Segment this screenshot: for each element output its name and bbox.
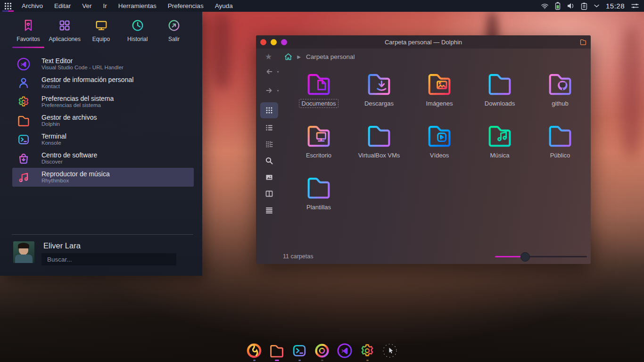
list-item-system-settings[interactable]: Preferencias del sistemaPreferencias del… bbox=[0, 92, 202, 111]
battery-icon[interactable] bbox=[555, 2, 561, 10]
dock-item-terminal[interactable] bbox=[290, 342, 308, 361]
clock[interactable]: 15:28 bbox=[606, 2, 625, 10]
preview-button[interactable] bbox=[261, 170, 278, 184]
divider bbox=[12, 234, 193, 235]
folder-label: Plantillas bbox=[304, 203, 334, 212]
list-item-konsole[interactable]: TerminalKonsole bbox=[0, 130, 202, 149]
menu-ayuda[interactable]: Ayuda bbox=[215, 2, 233, 9]
tab-label: Equipo bbox=[92, 36, 110, 42]
list-view-button[interactable] bbox=[261, 121, 278, 135]
titlebar[interactable]: Carpeta personal — Dolphin bbox=[256, 35, 591, 49]
folder-downloads[interactable]: Downloads bbox=[470, 69, 530, 121]
clipboard-icon[interactable] bbox=[581, 2, 587, 10]
list-item-discover[interactable]: Centro de softwareDiscover bbox=[0, 149, 202, 168]
folder-icon bbox=[485, 121, 514, 150]
folder-escritorio[interactable]: Escritorio bbox=[289, 121, 349, 173]
list-item-dolphin[interactable]: Gestor de archivosDolphin bbox=[0, 111, 202, 130]
tab-salir[interactable]: Salir bbox=[157, 18, 191, 48]
statusbar: 11 carpetas bbox=[256, 250, 591, 264]
tab-historial[interactable]: Historial bbox=[121, 18, 155, 48]
menu-button[interactable] bbox=[261, 203, 278, 217]
dock-item-pointer[interactable] bbox=[381, 342, 399, 361]
breadcrumb[interactable]: Carpeta personal bbox=[306, 53, 355, 60]
menu-archivo[interactable]: Archivo bbox=[22, 2, 43, 9]
list-item-rhythmbox[interactable]: Reproductor de músicaRhythmbox bbox=[12, 168, 194, 187]
folder-imagenes[interactable]: Imágenes bbox=[409, 69, 470, 121]
folder-publico[interactable]: Público bbox=[530, 121, 590, 173]
titlebar-folder-icon[interactable] bbox=[579, 38, 587, 46]
network-icon[interactable] bbox=[541, 2, 549, 9]
tab-aplicaciones[interactable]: Aplicaciones bbox=[48, 18, 82, 48]
folder-label: Escritorio bbox=[303, 151, 334, 160]
zoom-slider-handle[interactable] bbox=[520, 252, 530, 262]
dock-item-firefox[interactable] bbox=[245, 342, 263, 361]
close-button[interactable] bbox=[260, 39, 266, 45]
star-icon[interactable]: ★ bbox=[265, 52, 272, 62]
github-glyph-icon bbox=[558, 81, 567, 90]
search-button[interactable] bbox=[261, 154, 278, 168]
dock-item-chrome[interactable] bbox=[313, 342, 331, 361]
status-text: 11 carpetas bbox=[283, 253, 313, 260]
folder-icon bbox=[425, 69, 454, 99]
folder-label: Público bbox=[547, 151, 573, 160]
home-icon[interactable] bbox=[284, 52, 293, 61]
app-title: Preferencias del sistema bbox=[41, 95, 114, 102]
folder-icon bbox=[364, 69, 394, 99]
maximize-button[interactable] bbox=[281, 39, 287, 45]
folder-github[interactable]: github bbox=[530, 69, 590, 121]
folder-musica[interactable]: Música bbox=[470, 121, 530, 173]
user-name: Eliver Lara bbox=[43, 241, 81, 250]
dock-item-settings[interactable] bbox=[358, 342, 376, 361]
list-item-text-editor[interactable]: Text EditorVisual Studio Code - URL Hand… bbox=[0, 55, 202, 74]
forward-dropdown-caret[interactable]: ▾ bbox=[277, 89, 279, 93]
search-input[interactable] bbox=[41, 253, 176, 265]
folder-plantillas[interactable]: Plantillas bbox=[289, 173, 349, 225]
volume-icon[interactable] bbox=[567, 2, 575, 9]
grid-view-button[interactable] bbox=[260, 102, 278, 118]
chevron-down-icon[interactable] bbox=[594, 4, 600, 8]
tab-favoritos[interactable]: Favoritos bbox=[11, 18, 45, 48]
menu-herramientas[interactable]: Herramientas bbox=[118, 2, 157, 9]
zoom-slider[interactable] bbox=[495, 256, 587, 257]
menu-ir[interactable]: Ir bbox=[103, 2, 107, 9]
back-button[interactable]: ▾ bbox=[261, 65, 278, 79]
menu-ver[interactable]: Ver bbox=[82, 2, 91, 9]
minimize-button[interactable] bbox=[271, 39, 277, 45]
folder-documentos[interactable]: Documentos bbox=[289, 69, 349, 121]
avatar[interactable] bbox=[13, 241, 34, 263]
chevron-right-icon: ▶ bbox=[297, 54, 301, 59]
app-grid-active-underline bbox=[2, 10, 14, 12]
location-bar: ★ ▶ Carpeta personal bbox=[256, 49, 591, 65]
terminal-icon bbox=[17, 132, 31, 147]
list-item-kontact[interactable]: Gestor de información personalKontact bbox=[0, 74, 202, 92]
menu-preferencias[interactable]: Preferencias bbox=[168, 2, 204, 9]
folder-icon bbox=[268, 342, 285, 359]
tab-active-underline bbox=[12, 47, 44, 48]
menu-editar[interactable]: Editar bbox=[54, 2, 71, 9]
app-grid-button[interactable] bbox=[0, 0, 16, 12]
tab-equipo[interactable]: Equipo bbox=[84, 18, 118, 48]
top-menubar: Archivo Editar Ver Ir Herramientas Prefe… bbox=[0, 0, 644, 12]
wallpaper-tree-trunk bbox=[213, 12, 231, 90]
app-subtitle: Konsole bbox=[41, 140, 66, 146]
dock-item-file-manager[interactable] bbox=[268, 342, 286, 361]
document-glyph-icon bbox=[318, 81, 326, 90]
compact-view-button[interactable] bbox=[261, 137, 278, 151]
folder-videos[interactable]: Vídeos bbox=[409, 121, 470, 173]
pointer-icon bbox=[381, 342, 398, 359]
running-indicator bbox=[298, 360, 301, 361]
back-dropdown-caret[interactable]: ▾ bbox=[277, 70, 279, 74]
forward-button[interactable]: ▾ bbox=[261, 83, 278, 98]
system-tray: 15:28 bbox=[541, 2, 644, 10]
dolphin-window: Carpeta personal — Dolphin ★ ▶ Carpeta p… bbox=[256, 35, 591, 264]
folder-virtualbox-vms[interactable]: VirtualBox VMs bbox=[349, 121, 409, 173]
split-view-button[interactable] bbox=[261, 187, 278, 201]
app-subtitle: Discover bbox=[41, 159, 97, 165]
app-subtitle: Dolphin bbox=[41, 121, 97, 127]
settings-sliders-icon[interactable] bbox=[631, 2, 639, 9]
dock-item-vscode[interactable] bbox=[336, 342, 354, 361]
tab-label: Favoritos bbox=[17, 36, 40, 42]
folder-descargas[interactable]: Descargas bbox=[349, 69, 409, 121]
folder-label: Imágenes bbox=[423, 99, 455, 108]
folder-label: Música bbox=[487, 151, 512, 160]
